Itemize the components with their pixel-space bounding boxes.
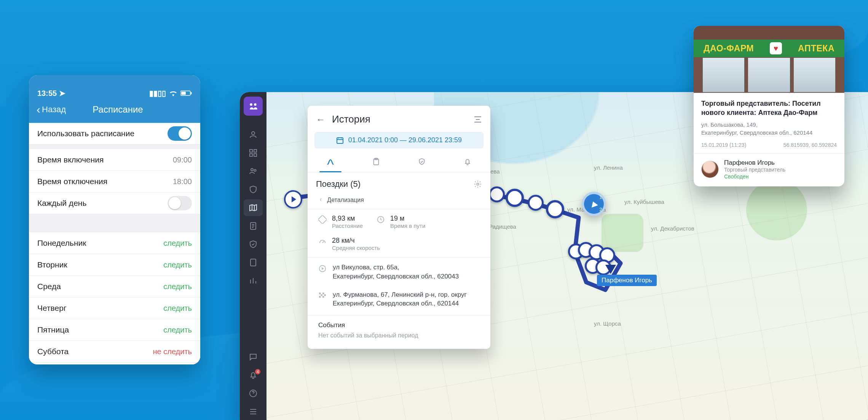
gear-icon[interactable] — [474, 180, 482, 188]
info-card: ДАО-ФАРМ ♥ АПТЕКА Торговый представитель… — [694, 26, 844, 186]
status-time: 13:55 ➤ — [37, 89, 65, 98]
start-address: ул Викулова, стр. 65а, Екатеринбург, Све… — [308, 257, 490, 283]
day-row[interactable]: Четвергследить — [29, 298, 200, 319]
route-marker[interactable] — [546, 200, 564, 218]
phone-nav: ‹ Назад Расписание — [29, 98, 200, 123]
day-status: не следить — [153, 347, 192, 356]
svg-rect-23 — [324, 294, 326, 296]
history-back-button[interactable]: ← — [316, 114, 325, 125]
row-every-day[interactable]: Каждый день — [29, 192, 200, 214]
day-row[interactable]: Пятницаследить — [29, 319, 200, 341]
tab-clipboard[interactable] — [353, 152, 399, 172]
row-use-schedule[interactable]: Использовать расписание — [29, 123, 200, 145]
tab-route[interactable] — [308, 152, 353, 172]
route-marker[interactable] — [528, 195, 544, 211]
row-time-off[interactable]: Время отключения 18:00 — [29, 171, 200, 192]
use-schedule-toggle[interactable] — [168, 126, 192, 141]
day-row[interactable]: Понедельникследить — [29, 232, 200, 254]
sidebar-item-check[interactable] — [244, 236, 263, 253]
route-marker[interactable] — [489, 186, 505, 202]
svg-point-8 — [251, 169, 253, 171]
sign-left: ДАО-ФАРМ — [704, 43, 754, 54]
day-row[interactable]: Воскресеньене следить — [29, 363, 200, 364]
sidebar-item-doc[interactable] — [244, 254, 263, 271]
sidebar-item-chat[interactable] — [244, 348, 263, 365]
card-user-row[interactable]: Парфенов Игорь Торговый представитель Св… — [694, 153, 844, 186]
sidebar-item-notifications[interactable]: 4 — [244, 367, 263, 383]
svg-rect-11 — [251, 259, 256, 266]
card-title: Торговый представитель: Посетил нового к… — [701, 99, 837, 118]
day-label: Четверг — [37, 304, 67, 313]
store-photo: ДАО-ФАРМ ♥ АПТЕКА — [694, 26, 844, 93]
stats-row: 8,93 кмРасстояние 19 мВремя в пути — [308, 209, 490, 231]
sign-right: АПТЕКА — [798, 43, 834, 54]
chevron-left-icon: ‹ — [37, 103, 40, 116]
sidebar-item-map[interactable] — [244, 199, 263, 216]
svg-point-3 — [252, 132, 255, 135]
route-marker[interactable] — [506, 189, 524, 207]
use-schedule-label: Использовать расписание — [37, 129, 134, 138]
day-status: следить — [163, 282, 192, 291]
battery-icon — [180, 91, 192, 96]
stat-duration: 19 мВремя в пути — [377, 215, 425, 229]
day-label: Среда — [37, 282, 61, 291]
sidebar-item-reports[interactable] — [244, 218, 263, 234]
time-off-value: 18:00 — [173, 177, 192, 186]
tab-shield[interactable] — [399, 152, 445, 172]
status-icons: ▮▮▯▯ — [149, 89, 192, 98]
sidebar-item-shield[interactable] — [244, 181, 263, 198]
route-end[interactable]: Парфенов Игорь — [597, 265, 657, 286]
collapse-icon[interactable] — [474, 116, 482, 123]
route-start-marker[interactable] — [284, 190, 302, 208]
speed-icon — [318, 237, 327, 246]
sidebar-item-help[interactable] — [244, 385, 263, 402]
sidebar-collapse[interactable] — [244, 403, 263, 420]
avatar — [701, 161, 719, 178]
card-coords: 56.815939, 60.592824 — [783, 142, 837, 148]
start-icon — [318, 264, 327, 273]
sidebar-item-team[interactable] — [244, 163, 263, 180]
day-status: следить — [163, 239, 192, 248]
wifi-icon — [169, 90, 177, 97]
every-day-toggle[interactable] — [168, 196, 192, 210]
day-label: Суббота — [37, 347, 69, 356]
day-row[interactable]: Средаследить — [29, 276, 200, 298]
sidebar-logo[interactable] — [244, 97, 263, 116]
time-on-label: Время включения — [37, 155, 104, 164]
distance-icon — [318, 215, 327, 224]
svg-rect-24 — [319, 296, 321, 298]
svg-rect-17 — [318, 215, 327, 224]
detail-toggle[interactable]: › Детализация — [308, 191, 490, 205]
day-status: следить — [163, 261, 192, 269]
card-address: ул. Большакова, 149, Екатеринбург, Сверд… — [701, 121, 837, 137]
events-heading: События — [318, 321, 482, 329]
phone-statusbar: 13:55 ➤ ▮▮▯▯ — [29, 83, 200, 98]
events-empty: Нет событий за выбранный период — [318, 332, 482, 339]
phone-mock: 13:55 ➤ ▮▮▯▯ ‹ Назад Расписание Использо… — [29, 75, 200, 364]
row-time-on[interactable]: Время включения 09:00 — [29, 149, 200, 171]
day-label: Вторник — [37, 260, 67, 269]
every-day-label: Каждый день — [37, 199, 86, 208]
sidebar-item-profile[interactable] — [244, 126, 263, 143]
end-label: Парфенов Игорь — [597, 275, 657, 286]
user-status: Свободен — [724, 173, 785, 180]
finish-icon — [318, 292, 327, 300]
date-range-chip[interactable]: 01.04.2021 0:00 — 29.06.2021 23:59 — [314, 132, 483, 148]
tab-bell[interactable] — [445, 152, 490, 172]
svg-rect-5 — [254, 150, 257, 152]
cluster-count-2: 2 — [597, 207, 605, 212]
heart-icon: ♥ — [770, 42, 782, 54]
user-name: Парфенов Игорь — [724, 159, 785, 167]
svg-rect-22 — [321, 294, 323, 296]
history-tabs — [308, 152, 490, 172]
day-status: следить — [163, 304, 192, 313]
sidebar-item-dashboard[interactable] — [244, 145, 263, 161]
svg-rect-4 — [250, 150, 252, 152]
time-off-label: Время отключения — [37, 177, 107, 186]
cluster-badge[interactable]: 1 2 — [582, 192, 606, 216]
day-row[interactable]: Вторникследить — [29, 254, 200, 276]
day-label: Понедельник — [37, 239, 86, 248]
sidebar-item-stats[interactable] — [244, 272, 263, 289]
clock-icon — [377, 215, 385, 224]
day-row[interactable]: Субботане следить — [29, 341, 200, 363]
